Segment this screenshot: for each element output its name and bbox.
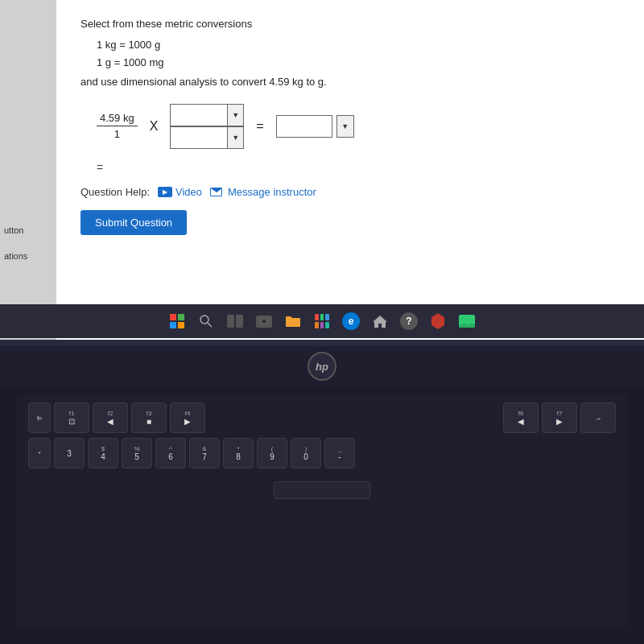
key-f4[interactable]: f4 ▶ xyxy=(170,402,205,433)
key-5[interactable]: % 5 xyxy=(122,438,152,469)
sidebar-item-1: utton xyxy=(4,225,23,235)
apps-icon[interactable] xyxy=(312,312,332,331)
denominator-dropdown[interactable]: ▼ xyxy=(227,127,243,148)
key-f7[interactable]: f7 ▶ xyxy=(542,402,577,433)
key-f2[interactable]: f2 ◀ xyxy=(93,402,128,433)
svg-line-1 xyxy=(208,323,212,327)
given-fraction: 4.59 kg 1 xyxy=(97,112,138,140)
photo-icon[interactable] xyxy=(457,312,477,331)
conversion-1: 1 kg = 1000 g xyxy=(97,36,620,54)
search-taskbar-icon[interactable] xyxy=(196,312,216,331)
edge-icon[interactable]: e xyxy=(341,312,361,331)
result-input[interactable] xyxy=(276,115,332,138)
sidebar-item-2: ations xyxy=(4,251,27,261)
equals-symbol: = xyxy=(256,119,263,134)
key-minus[interactable]: _ - xyxy=(324,438,355,469)
hp-logo: hp xyxy=(308,352,336,381)
message-instructor-link[interactable]: Message instructor xyxy=(210,186,316,198)
conversion-fraction: ▼ ▼ xyxy=(170,104,244,149)
key-f3[interactable]: f3 ■ xyxy=(131,402,167,433)
denominator-input-group[interactable]: ▼ xyxy=(170,126,244,149)
key-arrow[interactable]: → xyxy=(580,402,616,433)
touchpad[interactable] xyxy=(274,481,370,499)
video-link[interactable]: ▶ Video xyxy=(158,186,202,198)
key-7[interactable]: & 7 xyxy=(189,438,220,469)
fn-key-row: fn f1 ⊡ f2 ◀ f3 ■ f4 ▶ f6 ◀ xyxy=(28,402,616,433)
message-instructor-label: Message instructor xyxy=(228,186,316,198)
question-help-row: Question Help: ▶ Video Message instructo… xyxy=(80,186,620,198)
question-help-label: Question Help: xyxy=(80,186,150,198)
help-icon[interactable]: ? xyxy=(399,312,419,331)
numerator-dropdown[interactable]: ▼ xyxy=(227,105,243,126)
equals-row: = xyxy=(97,161,620,174)
key-f1[interactable]: f1 ⊡ xyxy=(54,402,89,433)
video-icon: ▶ xyxy=(158,187,172,197)
key-3[interactable]: 3 xyxy=(54,438,85,469)
windows-icon[interactable] xyxy=(167,312,187,331)
fraction-numerator: 4.59 kg xyxy=(97,112,138,126)
key-0[interactable]: ) 0 xyxy=(291,438,321,469)
keyboard-body: fn f1 ⊡ f2 ◀ f3 ■ f4 ▶ f6 ◀ xyxy=(16,394,628,628)
problem-title: Select from these metric conversions xyxy=(80,16,620,32)
key-6[interactable]: ^ 6 xyxy=(155,438,186,469)
keyboard-area: fn f1 ⊡ f2 ◀ f3 ■ f4 ▶ f6 ◀ xyxy=(0,386,644,644)
key-8[interactable]: * 8 xyxy=(223,438,254,469)
svg-point-0 xyxy=(200,316,208,324)
multiply-symbol: X xyxy=(150,119,159,134)
key-9[interactable]: ( 9 xyxy=(257,438,287,469)
camera-icon[interactable] xyxy=(254,312,274,331)
numerator-input-group[interactable]: ▼ xyxy=(170,104,244,126)
sidebar-left: utton ations xyxy=(0,0,56,340)
numerator-input[interactable] xyxy=(171,105,227,126)
laptop-bezel: hp xyxy=(0,346,644,386)
denominator-input[interactable] xyxy=(171,127,227,148)
home-icon[interactable] xyxy=(370,312,390,331)
conversion-table: 1 kg = 1000 g 1 g = 1000 mg xyxy=(97,36,620,72)
problem-question: and use dimensional analysis to convert … xyxy=(80,76,620,88)
key-fn[interactable]: fn xyxy=(28,402,51,433)
result-container: ▼ xyxy=(276,115,354,138)
touchpad-row xyxy=(28,481,616,499)
fraction-denominator: 1 xyxy=(111,126,123,140)
taskbar: e ? xyxy=(0,304,644,338)
taskview-icon[interactable] xyxy=(225,312,245,331)
key-f6[interactable]: f6 ◀ xyxy=(503,402,539,433)
math-area: 4.59 kg 1 X ▼ ▼ = ▼ xyxy=(97,104,620,149)
laptop-screen: utton ations Select from these metric co… xyxy=(0,0,644,346)
mail-icon xyxy=(210,188,222,196)
conversion-2: 1 g = 1000 mg xyxy=(97,54,620,72)
number-key-row: * 3 $ 4 % 5 ^ 6 & 7 * 8 xyxy=(28,438,616,469)
folder-icon[interactable] xyxy=(283,312,303,331)
key-asterisk-fn[interactable]: * xyxy=(28,438,51,469)
security-icon[interactable] xyxy=(428,312,448,331)
result-dropdown[interactable]: ▼ xyxy=(336,115,354,138)
video-label: Video xyxy=(175,186,202,198)
content-area: Select from these metric conversions 1 k… xyxy=(56,0,644,340)
key-4[interactable]: $ 4 xyxy=(88,438,118,469)
submit-button[interactable]: Submit Question xyxy=(80,210,187,235)
